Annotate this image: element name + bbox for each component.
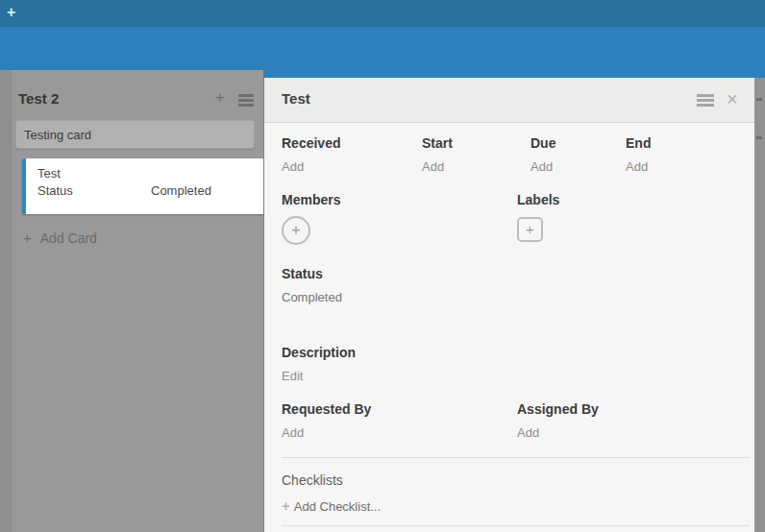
obscured-list-icon (756, 136, 762, 139)
end-label: End (626, 135, 651, 151)
received-label: Received (282, 135, 340, 151)
date-field-end: End Add (626, 134, 651, 174)
start-add-link[interactable]: Add (422, 159, 453, 174)
top-navbar: + (0, 0, 765, 27)
labels-label: Labels (517, 192, 559, 207)
add-checklist-label: Add Checklist... (294, 499, 381, 514)
assigned-by-label: Assigned By (517, 401, 599, 417)
add-card-compose-input[interactable] (15, 120, 255, 149)
obscured-list-icon (756, 98, 762, 101)
add-card-button[interactable]: +Add Card (23, 230, 97, 246)
card-detail-header: Test × (264, 78, 754, 123)
received-add-link[interactable]: Add (282, 159, 340, 174)
card-title: Test (37, 166, 61, 181)
date-field-received: Received Add (282, 134, 340, 174)
card-detail-panel: Test × Received Add Start Add Due Add En… (263, 78, 754, 532)
add-label-button[interactable]: + (517, 217, 543, 242)
list-title: Test 2 (18, 90, 59, 107)
description-label: Description (282, 345, 356, 360)
checklists-label: Checklists (282, 472, 343, 488)
card-detail-menu-button[interactable] (697, 94, 714, 97)
list-menu-icon[interactable] (238, 94, 254, 97)
plus-icon: + (23, 230, 32, 246)
card-detail-body: Received Add Start Add Due Add End Add M… (264, 123, 754, 532)
end-add-link[interactable]: Add (626, 159, 651, 174)
description-edit-link[interactable]: Edit (282, 369, 303, 383)
assigned-by-add-link[interactable]: Add (517, 425, 539, 440)
members-label: Members (282, 192, 340, 207)
card-field-label: Status (37, 183, 73, 198)
requested-by-add-link[interactable]: Add (282, 425, 304, 440)
date-field-start: Start Add (422, 134, 453, 174)
divider (282, 525, 750, 526)
card-detail-title: Test (282, 90, 310, 107)
add-board-icon[interactable]: + (7, 4, 15, 21)
status-label: Status (282, 266, 323, 281)
status-value[interactable]: Completed (282, 290, 342, 304)
card-field-value: Completed (151, 183, 211, 198)
add-card-label: Add Card (40, 230, 97, 246)
date-field-due: Due Add (531, 134, 555, 174)
requested-by-label: Requested By (282, 401, 371, 417)
close-icon[interactable]: × (727, 85, 738, 112)
divider (282, 457, 750, 458)
list-column-test2: Test 2 + Test Status Completed +Add Card (11, 70, 263, 532)
due-label: Due (531, 135, 555, 151)
list-add-card-icon[interactable]: + (215, 89, 225, 107)
plus-icon: + (282, 497, 290, 514)
hamburger-icon (697, 94, 714, 97)
add-member-button[interactable]: + (282, 216, 310, 245)
hamburger-icon (238, 94, 254, 97)
add-checklist-button[interactable]: +Add Checklist... (282, 497, 381, 514)
card-test[interactable]: Test Status Completed (22, 158, 264, 214)
start-label: Start (422, 135, 453, 151)
board-background-right (754, 78, 765, 532)
due-add-link[interactable]: Add (531, 159, 555, 174)
